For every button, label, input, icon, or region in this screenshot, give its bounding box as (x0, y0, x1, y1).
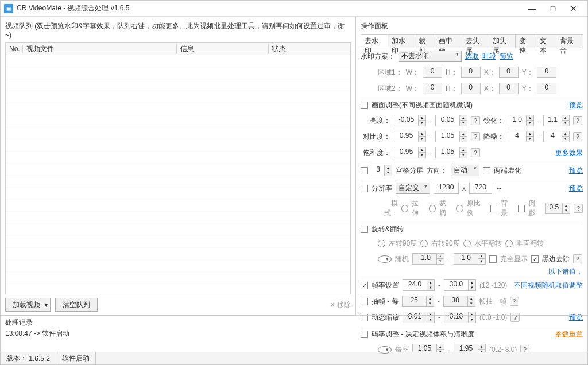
tab-crop[interactable]: 裁剪 (415, 34, 436, 48)
queue-list[interactable] (5, 55, 351, 294)
drop-max[interactable]: 30 (443, 296, 467, 307)
blackcrop-check[interactable] (531, 255, 539, 263)
rot-min[interactable]: -1.0 (412, 253, 436, 265)
mode-ratio[interactable] (456, 205, 463, 212)
fps-max[interactable]: 30.0 (444, 279, 468, 291)
col-status[interactable]: 状态 (269, 44, 350, 54)
adj-header: 画面调整(不同视频画面随机微调) (372, 100, 473, 110)
log-panel: 处理记录 13:00:47 -> 软件启动 (1, 315, 587, 352)
sharp-max[interactable]: 1.1 (543, 115, 562, 126)
log-header: 处理记录 (5, 318, 583, 328)
queue-columns: No. 视频文件 信息 状态 (5, 42, 351, 55)
status-text: 软件启动 (56, 352, 96, 364)
help-icon[interactable]: ? (573, 254, 582, 263)
more-effects[interactable]: 更多效果 (555, 148, 583, 158)
br-mult[interactable] (378, 346, 392, 354)
tab-speed[interactable]: 变速 (515, 34, 536, 48)
fps-min[interactable]: 24.0 (403, 279, 427, 291)
rot-check[interactable] (361, 226, 368, 233)
contrast-max[interactable]: 1.05 (435, 131, 459, 142)
tab-remove-wm[interactable]: 去水印 (361, 34, 388, 48)
ops-panel-header: 操作面板 (361, 20, 583, 32)
res-preview[interactable]: 预览 (569, 184, 583, 193)
full-check[interactable] (489, 255, 497, 263)
grid-preview[interactable]: 预览 (569, 166, 583, 176)
help-icon[interactable]: ? (573, 132, 582, 141)
mirror-check[interactable] (518, 205, 525, 212)
noise-min[interactable]: 4 (508, 131, 526, 142)
sharp-min[interactable]: 1.0 (508, 115, 526, 126)
drop-check[interactable] (361, 298, 368, 305)
swap-icon[interactable]: ↔ (496, 184, 502, 192)
fps-check[interactable] (361, 282, 368, 289)
grid-dir[interactable]: 自动 (451, 165, 479, 176)
r2-w[interactable]: 0 (423, 83, 442, 94)
drop-min[interactable]: 25 (402, 296, 426, 307)
wm-pick-link[interactable]: 选取 (465, 52, 479, 61)
log-line: 13:00:47 -> 软件启动 (5, 329, 583, 339)
adj-preview[interactable]: 预览 (569, 100, 583, 110)
wm-preview-link[interactable]: 预览 (500, 52, 513, 61)
bright-max[interactable]: 0.05 (435, 115, 459, 126)
res-w[interactable]: 1280 (434, 182, 459, 194)
tab-bgm[interactable]: 背景音 (556, 34, 583, 48)
r1-w[interactable]: 0 (423, 67, 442, 78)
contrast-min[interactable]: 0.95 (394, 131, 418, 142)
sat-max[interactable]: 1.05 (435, 147, 459, 158)
note-line1: 以下诸值， (548, 267, 583, 277)
tab-pip[interactable]: 画中画 (435, 34, 462, 48)
clear-queue-button[interactable]: 清空队列 (55, 298, 98, 312)
rot-vf[interactable] (505, 240, 513, 247)
tab-add-head[interactable]: 加头尾 (489, 34, 516, 48)
queue-header: 视频队列 (双击预览水印&字幕效果；队列右键，功能更多。此为视频批量处理工具，请… (5, 20, 351, 40)
rot-r90[interactable] (420, 240, 428, 247)
help-icon[interactable]: ? (471, 116, 480, 125)
remove-button[interactable]: ✕ 移除 (330, 300, 351, 310)
tab-text[interactable]: 文本 (536, 34, 557, 48)
r2-y[interactable]: 0 (537, 83, 556, 94)
blur-check[interactable] (483, 167, 490, 174)
rot-hf[interactable] (463, 240, 471, 247)
mode-stretch[interactable] (401, 205, 409, 212)
help-icon[interactable]: ? (471, 148, 480, 157)
col-file[interactable]: 视频文件 (23, 44, 177, 54)
help-icon[interactable]: ? (573, 116, 582, 125)
col-info[interactable]: 信息 (177, 44, 269, 54)
help-icon[interactable]: ? (574, 204, 583, 213)
r2-h[interactable]: 0 (461, 83, 481, 94)
rot-max[interactable]: 1.0 (454, 253, 478, 265)
sat-min[interactable]: 0.95 (394, 147, 418, 158)
r2-x[interactable]: 0 (499, 83, 519, 94)
mirror-val[interactable]: 0.5 (545, 203, 562, 214)
res-preset[interactable]: 自定义 (396, 182, 430, 194)
r1-y[interactable]: 0 (537, 67, 556, 78)
bright-min[interactable]: -0.05 (394, 115, 418, 126)
adj-check[interactable] (361, 102, 368, 109)
mode-crop[interactable] (429, 205, 436, 212)
load-video-button[interactable]: 加载视频 (5, 298, 51, 312)
version: 1.6.5.2 (29, 355, 50, 363)
noise-max[interactable]: 4 (543, 131, 562, 142)
tab-trim-head[interactable]: 去头尾 (462, 34, 489, 48)
wm-scheme-select[interactable]: 不去水印 (399, 51, 462, 62)
grid-n[interactable]: 3 (372, 165, 384, 176)
grid-check[interactable] (361, 167, 368, 174)
maximize-button[interactable]: □ (543, 3, 563, 14)
status-bar: 版本： 1.6.5.2 软件启动 (1, 352, 587, 364)
r1-h[interactable]: 0 (461, 67, 481, 78)
close-button[interactable]: ✕ (563, 3, 584, 14)
wm-time-link[interactable]: 时段 (482, 52, 496, 61)
col-no[interactable]: No. (6, 45, 23, 53)
rot-l90[interactable] (378, 240, 385, 247)
region2-label: 区域2： (378, 84, 403, 94)
help-icon[interactable]: ? (471, 132, 480, 141)
tab-add-wm[interactable]: 加水印 (388, 34, 415, 48)
minimize-button[interactable]: — (522, 3, 543, 14)
region1-label: 区域1： (378, 68, 403, 77)
rot-rand[interactable] (378, 255, 392, 263)
bg-check[interactable] (490, 205, 498, 212)
res-h[interactable]: 720 (469, 182, 492, 194)
r1-x[interactable]: 0 (499, 67, 519, 78)
help-icon[interactable]: ? (510, 297, 519, 306)
res-check[interactable] (361, 185, 368, 192)
